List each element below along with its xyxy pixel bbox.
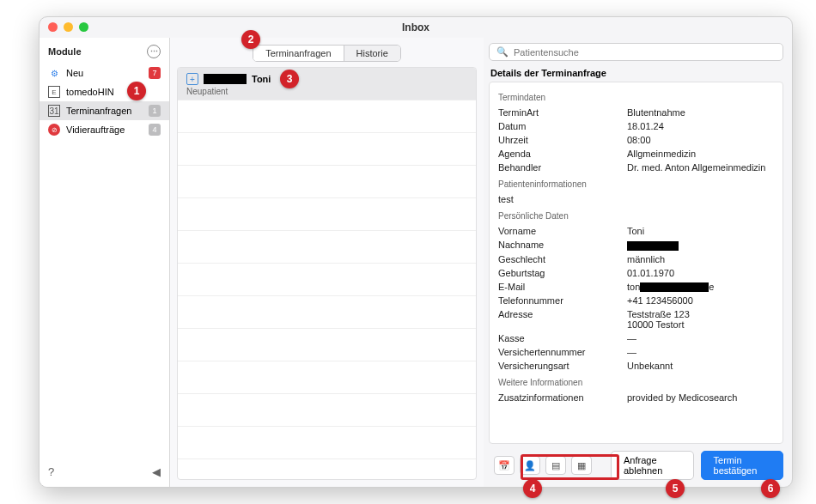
- list-item[interactable]: + Toni Neupatient: [178, 68, 476, 100]
- list-item: [178, 231, 476, 264]
- sidebar-item-terminanfragen[interactable]: 31 Terminanfragen 1: [40, 101, 169, 120]
- collapse-icon[interactable]: ◀: [152, 465, 161, 478]
- annotation-4: 4: [523, 479, 542, 498]
- window-title: Inbox: [402, 21, 429, 33]
- label: Zusatzinformationen: [498, 392, 627, 403]
- section-header: Patienteninformationen: [498, 179, 774, 189]
- annotation-6: 6: [761, 479, 780, 498]
- help-icon[interactable]: ?: [48, 465, 54, 478]
- search-field[interactable]: 🔍: [489, 43, 783, 61]
- patient-sub: Neupatient: [186, 87, 467, 96]
- sidebar-item-label: Terminanfragen: [66, 106, 143, 116]
- sidebar-item-label: Vidieraufträge: [66, 124, 143, 135]
- card-icon: ▤: [551, 460, 560, 471]
- label: E-Mail: [498, 282, 627, 293]
- value: tone: [627, 282, 774, 293]
- value: 18.01.24: [627, 121, 774, 131]
- stop-icon: ⊘: [48, 124, 60, 136]
- sidebar-footer: ? ◀: [40, 462, 169, 482]
- list-item: [178, 198, 476, 231]
- zoom-icon[interactable]: [79, 22, 88, 32]
- sidebar-item-vidierauftraege[interactable]: ⊘ Vidieraufträge 4: [40, 120, 169, 139]
- list-item: [178, 264, 476, 296]
- confirm-button[interactable]: Termin bestätigen: [701, 451, 783, 480]
- list-item: [178, 166, 476, 198]
- redacted: [204, 74, 247, 84]
- minimize-icon[interactable]: [64, 22, 73, 32]
- label: Geburtstag: [498, 268, 627, 278]
- close-icon[interactable]: [48, 22, 58, 32]
- tool-group: 📅 👤 ▤ ▦: [489, 452, 597, 478]
- calendar-icon: 31: [48, 105, 60, 117]
- sidebar-title: Module: [48, 46, 82, 57]
- section-header: Weitere Informationen: [498, 378, 774, 387]
- value: —: [627, 333, 774, 343]
- sidebar: Module ⋯ ⚙ Neu 7 E tomedoHIN 31 Terminan…: [40, 38, 170, 487]
- sidebar-item-tomedohin[interactable]: E tomedoHIN: [40, 82, 169, 101]
- value: provided by Medicosearch: [627, 392, 774, 403]
- list-item: [178, 100, 476, 133]
- traffic-lights: [48, 22, 88, 32]
- value: —: [627, 347, 774, 357]
- patient-plus-icon: +: [186, 73, 198, 85]
- badge: 1: [149, 105, 161, 117]
- label: Datum: [498, 121, 627, 131]
- list-item: [178, 361, 476, 394]
- section-header: Persönliche Daten: [498, 211, 774, 221]
- annotation-2: 2: [241, 30, 260, 49]
- search-input[interactable]: [514, 47, 776, 58]
- middle-panel: Terminanfragen Historie + Toni Neupatien…: [170, 38, 484, 487]
- value: 08:00: [627, 135, 774, 145]
- e-icon: E: [48, 86, 60, 98]
- grid-icon: ▦: [577, 460, 586, 471]
- card-button[interactable]: ▤: [545, 456, 566, 475]
- value: +41 123456000: [627, 295, 774, 306]
- search-icon: 🔍: [496, 46, 508, 58]
- list-item: [178, 133, 476, 166]
- annotation-5: 5: [666, 479, 685, 498]
- details-scroll[interactable]: Termindaten TerminArtBlutentnahme Datum1…: [489, 82, 783, 444]
- label: Vorname: [498, 226, 627, 236]
- value: 01.01.1970: [627, 268, 774, 278]
- tab-historie[interactable]: Historie: [344, 46, 400, 61]
- tab-terminanfragen[interactable]: Terminanfragen: [253, 46, 343, 61]
- app-window: Inbox Module ⋯ ⚙ Neu 7 E tomedoHIN 31 Te…: [39, 16, 793, 488]
- label: Geschlecht: [498, 254, 627, 264]
- window-body: Module ⋯ ⚙ Neu 7 E tomedoHIN 31 Terminan…: [40, 38, 792, 487]
- assign-patient-button[interactable]: 👤: [520, 456, 540, 475]
- label: TerminArt: [498, 107, 627, 118]
- grid-button[interactable]: ▦: [571, 456, 592, 475]
- value: Teststraße 12310000 Testort: [627, 309, 774, 330]
- redacted: [627, 241, 679, 251]
- label: Nachname: [498, 240, 627, 251]
- sidebar-item-label: Neu: [66, 68, 143, 78]
- details-title: Details der Terminanfrage: [490, 68, 782, 78]
- tabbar: Terminanfragen Historie: [253, 45, 401, 62]
- person-icon: 👤: [524, 460, 536, 471]
- label: Kasse: [498, 333, 627, 343]
- sidebar-item-neu[interactable]: ⚙ Neu 7: [40, 64, 169, 82]
- request-list: + Toni Neupatient: [177, 67, 477, 480]
- more-icon[interactable]: ⋯: [147, 45, 161, 58]
- list-item: [178, 394, 476, 427]
- patient-name: Toni: [252, 74, 271, 84]
- badge: 7: [149, 67, 161, 79]
- list-item: [178, 427, 476, 459]
- titlebar: Inbox: [40, 17, 792, 38]
- value: Unbekannt: [627, 361, 774, 371]
- value: Dr. med. Anton Allgemeinmedizin: [627, 162, 774, 173]
- label: Versichertennummer: [498, 347, 627, 357]
- action-toolbar: 📅 👤 ▤ ▦ Anfrage ablehnen Termin bestätig…: [489, 451, 783, 480]
- label: Uhrzeit: [498, 135, 627, 145]
- annotation-3: 3: [280, 70, 299, 88]
- sidebar-item-label: tomedoHIN: [66, 87, 161, 97]
- calendar-button[interactable]: 📅: [494, 456, 515, 475]
- value: Blutentnahme: [627, 107, 774, 118]
- gear-icon: ⚙: [48, 67, 60, 79]
- list-item: [178, 329, 476, 361]
- tabs: Terminanfragen Historie: [170, 38, 484, 67]
- reject-button[interactable]: Anfrage ablehnen: [611, 451, 694, 480]
- value: [627, 240, 774, 251]
- value: Allgmeinmedizin: [627, 149, 774, 159]
- label: Agenda: [498, 149, 627, 159]
